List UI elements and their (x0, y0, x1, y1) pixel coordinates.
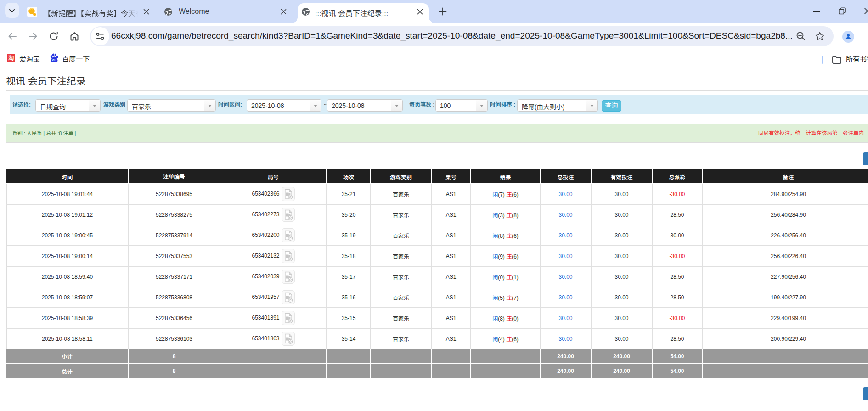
svg-text:du: du (52, 58, 57, 62)
